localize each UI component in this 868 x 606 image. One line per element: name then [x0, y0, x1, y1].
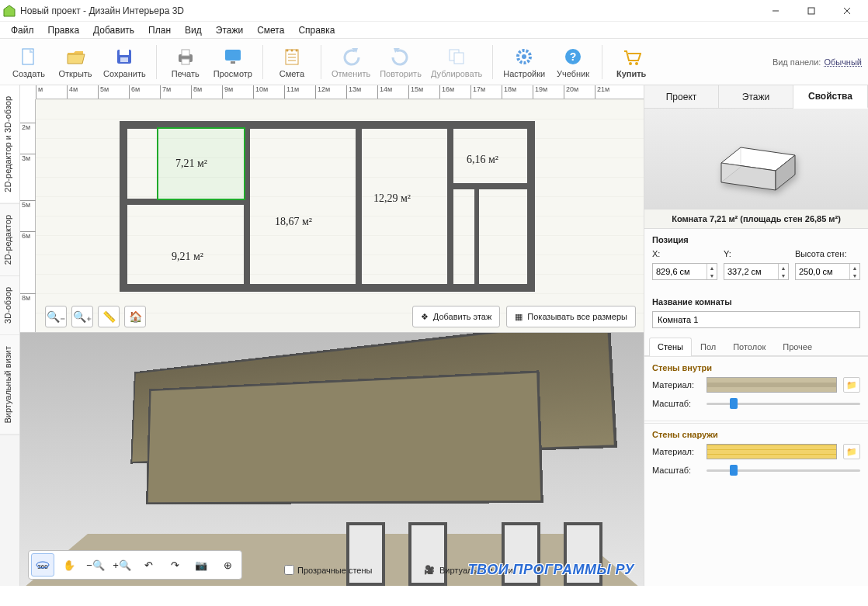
menu-file[interactable]: Файл	[5, 23, 40, 37]
vtab-2d3d[interactable]: 2D-редактор и 3D-обзор	[0, 85, 19, 204]
camera-button[interactable]: 📷	[189, 553, 213, 577]
svg-text:360: 360	[37, 563, 48, 570]
duplicate-button[interactable]: Дублировать	[427, 41, 486, 83]
preview-button[interactable]: Просмотр	[210, 41, 256, 83]
center-panel: м 4м 5м 6м 7м 8м 9м 10м 11м 12м 13м 14м …	[20, 85, 644, 586]
menu-bar: Файл Правка Добавить План Вид Этажи Смет…	[0, 22, 868, 39]
redo-3d[interactable]: ↷	[163, 553, 186, 577]
inside-material-swatch[interactable]	[707, 377, 837, 393]
duplicate-icon	[446, 46, 467, 68]
plan-actions: ❖Добавить этаж ▦Показывать все размеры	[412, 306, 636, 327]
dims-icon: ▦	[515, 312, 523, 322]
subtab-other[interactable]: Прочее	[774, 338, 821, 355]
pos-x-input[interactable]: ▲▼	[652, 263, 717, 280]
rtab-properties[interactable]: Свойства	[793, 85, 868, 109]
undo-button[interactable]: Отменить	[328, 41, 374, 83]
new-button[interactable]: Создать	[6, 41, 51, 83]
zoom-in-3d[interactable]: +🔍	[110, 553, 134, 577]
settings-button[interactable]: Настройки	[499, 41, 549, 83]
view3d-tools: 360 ✋ −🔍 +🔍 ↶ ↷ 📷 ⊕	[28, 550, 242, 580]
ruler-horizontal: м 4м 5м 6м 7м 8м 9м 10м 11м 12м 13м 14м …	[36, 85, 644, 99]
menu-help[interactable]: Справка	[292, 23, 341, 37]
maximize-button[interactable]	[793, 0, 829, 22]
inside-scale-slider[interactable]	[707, 397, 860, 410]
open-button[interactable]: Открыть	[53, 41, 98, 83]
save-button[interactable]: Сохранить	[99, 41, 150, 83]
outside-scale-slider[interactable]	[707, 464, 860, 476]
gear-icon	[513, 46, 535, 68]
subtab-floor[interactable]: Пол	[692, 338, 724, 355]
wall-height-input[interactable]: ▲▼	[795, 263, 860, 280]
svg-point-19	[286, 49, 288, 51]
measure-button[interactable]: 📏	[98, 306, 120, 327]
svg-rect-9	[120, 57, 128, 62]
manual-button[interactable]: ?Учебник	[550, 41, 595, 83]
ruler-vertical: 2м 3м 5м 6м 8м	[20, 99, 36, 332]
menu-estimate[interactable]: Смета	[251, 23, 290, 37]
buy-button[interactable]: Купить	[609, 41, 654, 83]
add-floor-button[interactable]: ❖Добавить этаж	[412, 306, 500, 327]
position-heading: Позиция	[652, 235, 860, 244]
main-toolbar: Создать Открыть Сохранить Печать Просмот…	[0, 39, 868, 85]
print-button[interactable]: Печать	[163, 41, 208, 83]
vtab-2d[interactable]: 2D-редактор	[0, 204, 19, 276]
svg-rect-11	[182, 50, 189, 56]
menu-add[interactable]: Добавить	[87, 23, 141, 37]
file-icon	[18, 46, 40, 68]
property-subtabs: Стены Пол Потолок Прочее	[644, 338, 868, 356]
rtab-project[interactable]: Проект	[644, 85, 719, 108]
right-tabs: Проект Этажи Свойства	[644, 85, 868, 109]
svg-marker-0	[4, 5, 15, 16]
redo-button[interactable]: Повторить	[376, 41, 425, 83]
zoom-in-button[interactable]: 🔍₊	[71, 306, 93, 327]
app-icon	[3, 5, 16, 17]
estimate-button[interactable]: Смета	[269, 41, 314, 83]
room-area-4: 18,67 м²	[275, 216, 312, 228]
panel-mode-label: Вид панели:	[773, 57, 821, 67]
watermark: ТВОИ ПРОГРАММЫ РУ	[468, 562, 634, 578]
room-area-1: 7,21 м²	[175, 158, 207, 170]
menu-plan[interactable]: План	[142, 23, 177, 37]
pos-y-input[interactable]: ▲▼	[724, 263, 789, 280]
layers-icon: ❖	[421, 312, 429, 322]
menu-view[interactable]: Вид	[179, 23, 208, 37]
room-name-input[interactable]	[652, 311, 860, 328]
room-preview	[644, 109, 868, 210]
rtab-floors[interactable]: Этажи	[719, 85, 793, 108]
zoom-out-3d[interactable]: −🔍	[84, 553, 107, 577]
subtab-walls[interactable]: Стены	[649, 338, 692, 356]
close-button[interactable]	[829, 0, 865, 22]
view-3d[interactable]: 360 ✋ −🔍 +🔍 ↶ ↷ 📷 ⊕ Прозрачные стены 🎥Ви…	[20, 332, 644, 586]
walls-inside-group: Стены внутри Материал: 📁 Масштаб:	[644, 356, 868, 419]
panel-mode-link[interactable]: Обычный	[824, 57, 862, 67]
camera-icon: 🎥	[424, 565, 435, 575]
folder-open-icon	[64, 46, 86, 68]
zoom-out-button[interactable]: 🔍₋	[45, 306, 67, 327]
pan-button[interactable]: ✋	[57, 553, 81, 577]
room-area-2: 6,16 м²	[467, 154, 498, 166]
vtab-visit[interactable]: Виртуальный визит	[0, 335, 19, 435]
home-button[interactable]: 🏠	[124, 306, 146, 327]
menu-edit[interactable]: Правка	[42, 23, 86, 37]
vtab-3d[interactable]: 3D-обзор	[0, 276, 19, 335]
outside-material-swatch[interactable]	[707, 444, 837, 459]
svg-rect-13	[225, 50, 241, 61]
printer-icon	[175, 46, 196, 68]
svg-rect-8	[120, 50, 129, 55]
outside-material-browse[interactable]: 📁	[843, 444, 860, 459]
svg-text:?: ?	[570, 50, 577, 63]
show-dimensions-button[interactable]: ▦Показывать все размеры	[506, 306, 636, 327]
inside-material-browse[interactable]: 📁	[843, 377, 860, 393]
plan-tools: 🔍₋ 🔍₊ 📏 🏠	[45, 306, 146, 327]
reset-view-button[interactable]: ⊕	[216, 553, 239, 577]
orbit-button[interactable]: 360	[31, 553, 54, 577]
undo-icon	[340, 46, 362, 68]
minimize-button[interactable]	[758, 0, 793, 22]
transparent-walls-checkbox[interactable]: Прозрачные стены	[284, 565, 372, 575]
svg-rect-25	[454, 53, 464, 64]
svg-rect-14	[231, 61, 235, 64]
subtab-ceiling[interactable]: Потолок	[724, 338, 774, 355]
menu-floors[interactable]: Этажи	[210, 23, 249, 37]
undo-3d[interactable]: ↶	[137, 553, 160, 577]
plan-canvas[interactable]: 7,21 м² 6,16 м² 12,29 м² 18,67 м² 9,21 м…	[36, 99, 644, 332]
